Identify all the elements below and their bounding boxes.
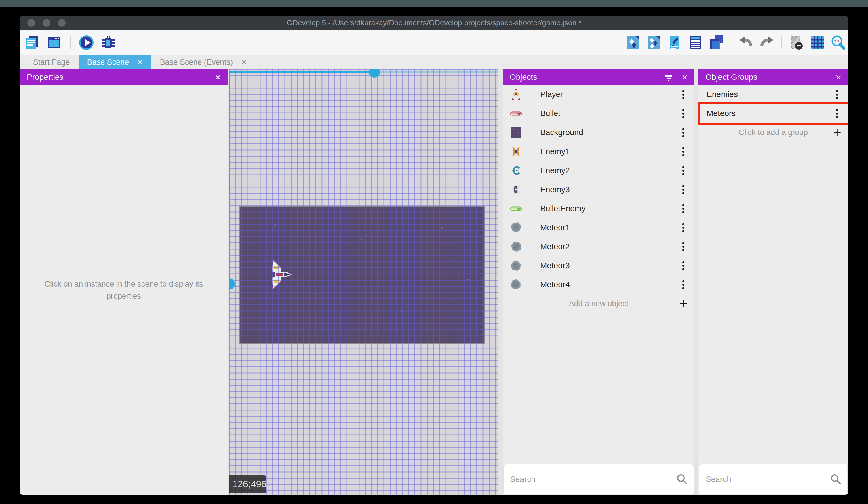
object-menu-icon[interactable] <box>679 184 688 195</box>
debug-icon[interactable] <box>100 34 116 51</box>
window-mask-icon[interactable] <box>788 34 805 51</box>
object-menu-icon[interactable] <box>679 165 688 176</box>
groups-search-input[interactable] <box>699 464 847 494</box>
close-tab-icon[interactable]: × <box>137 58 143 67</box>
object-menu-icon[interactable] <box>679 241 688 252</box>
properties-panel-header: Properties × <box>20 69 228 85</box>
objects-search-input[interactable] <box>504 464 694 494</box>
play-preview-icon[interactable] <box>78 34 95 51</box>
window-title: GDevelop 5 - /Users/dkarakay/Documents/G… <box>20 18 848 27</box>
player-ship-instance[interactable] <box>270 259 292 290</box>
group-menu-icon[interactable] <box>833 89 841 100</box>
object-label: Enemy2 <box>540 166 570 175</box>
selection-border-top-continued <box>374 71 498 73</box>
close-icon[interactable]: × <box>215 72 221 82</box>
object-groups-editor-icon[interactable] <box>645 34 662 51</box>
object-menu-icon[interactable] <box>679 146 688 157</box>
add-group-row[interactable]: Click to add a group + <box>699 123 848 142</box>
object-row-meteor2[interactable]: Meteor2 <box>503 237 694 256</box>
close-icon[interactable]: × <box>682 72 688 82</box>
meteor-a-icon <box>510 221 523 234</box>
bullet-red-icon <box>510 107 523 120</box>
grid-icon[interactable] <box>809 34 826 51</box>
object-row-meteor4[interactable]: Meteor4 <box>503 275 694 294</box>
group-row-enemies[interactable]: Enemies <box>699 85 848 104</box>
object-menu-icon[interactable] <box>679 279 688 290</box>
plus-icon[interactable]: + <box>833 125 841 139</box>
selection-resize-handle-top[interactable] <box>369 69 380 78</box>
object-menu-icon[interactable] <box>679 260 688 271</box>
group-menu-icon[interactable] <box>833 108 841 119</box>
selection-border-left-continued <box>229 284 230 495</box>
meteor-d-icon <box>510 278 523 291</box>
minimize-window-button[interactable] <box>43 19 50 27</box>
objects-panel-title: Objects <box>510 73 537 82</box>
zoom-window-button[interactable] <box>58 19 66 27</box>
object-row-bulletenemy[interactable]: BulletEnemy <box>503 199 694 218</box>
object-row-bullet[interactable]: Bullet <box>503 104 694 123</box>
object-label: Meteor3 <box>540 261 570 270</box>
toolbar-right-group: 1:1 <box>625 34 846 51</box>
object-label: Player <box>540 90 563 99</box>
project-manager-icon[interactable] <box>24 34 41 51</box>
undo-icon[interactable] <box>737 34 754 51</box>
object-row-enemy3[interactable]: Enemy3 <box>503 180 694 199</box>
object-menu-icon[interactable] <box>679 127 688 138</box>
object-menu-icon[interactable] <box>679 203 688 214</box>
meteor-b-icon <box>510 240 523 253</box>
objects-panel: Objects × Player Bullet Background Enemy… <box>503 69 694 495</box>
meteor-c-icon <box>510 259 523 272</box>
selection-resize-handle-left[interactable] <box>229 279 235 290</box>
start-page-icon[interactable] <box>46 34 62 51</box>
enemy-white-icon <box>510 183 523 196</box>
objects-search <box>504 464 694 494</box>
object-label: BulletEnemy <box>540 204 585 213</box>
object-row-enemy1[interactable]: Enemy1 <box>503 142 694 161</box>
object-menu-icon[interactable] <box>679 89 688 100</box>
toolbar-divider <box>782 36 782 49</box>
background-square-icon <box>510 126 523 139</box>
properties-panel-title: Properties <box>27 73 64 82</box>
tab-base-scene[interactable]: Base Scene × <box>79 55 151 69</box>
groups-search <box>699 464 847 494</box>
object-menu-icon[interactable] <box>679 108 688 119</box>
toolbar-divider <box>731 36 731 49</box>
close-icon[interactable]: × <box>836 72 841 82</box>
toolbar-divider <box>70 36 71 49</box>
object-menu-icon[interactable] <box>679 222 688 233</box>
object-label: Enemy3 <box>540 185 570 194</box>
tab-base-scene-events[interactable]: Base Scene (Events) × <box>151 55 255 69</box>
close-window-button[interactable] <box>27 19 35 27</box>
layers-panel-icon[interactable] <box>708 34 724 51</box>
redo-icon[interactable] <box>758 34 775 51</box>
object-row-background[interactable]: Background <box>503 123 694 142</box>
properties-empty-message: Click on an instance in the scene to dis… <box>43 278 205 302</box>
properties-empty-state: Click on an instance in the scene to dis… <box>20 85 228 495</box>
svg-text:1:1: 1:1 <box>834 39 840 43</box>
add-object-label: Add a new object <box>569 299 628 308</box>
tab-start-page[interactable]: Start Page <box>24 55 79 69</box>
objects-editor-icon[interactable] <box>625 34 641 51</box>
zoom-reset-icon[interactable]: 1:1 <box>830 34 846 51</box>
gdevelop-window: GDevelop 5 - /Users/dkarakay/Documents/G… <box>20 16 848 495</box>
selection-border-top <box>229 71 374 73</box>
titlebar: GDevelop 5 - /Users/dkarakay/Documents/G… <box>20 16 848 30</box>
scene-editor-canvas[interactable]: 126;496 <box>229 69 498 495</box>
object-groups-panel: Object Groups × Enemies Meteors Click to… <box>699 69 848 495</box>
object-row-meteor1[interactable]: Meteor1 <box>503 218 694 237</box>
plus-icon[interactable]: + <box>680 296 688 311</box>
object-row-enemy2[interactable]: Enemy2 <box>503 161 694 180</box>
object-row-meteor3[interactable]: Meteor3 <box>503 256 694 275</box>
group-row-meteors[interactable]: Meteors <box>699 104 848 123</box>
player-ship-icon <box>510 88 523 101</box>
properties-panel-icon[interactable] <box>666 34 683 51</box>
instances-list-icon[interactable] <box>687 34 704 51</box>
add-object-row[interactable]: Add a new object + <box>503 294 694 313</box>
object-row-player[interactable]: Player <box>503 85 694 104</box>
enemy-orange-icon <box>510 145 523 158</box>
selection-border-left <box>229 71 230 284</box>
add-group-label: Click to add a group <box>739 128 808 137</box>
close-tab-icon[interactable]: × <box>241 58 247 67</box>
filter-icon[interactable] <box>663 72 674 82</box>
bullet-green-icon <box>510 202 523 215</box>
